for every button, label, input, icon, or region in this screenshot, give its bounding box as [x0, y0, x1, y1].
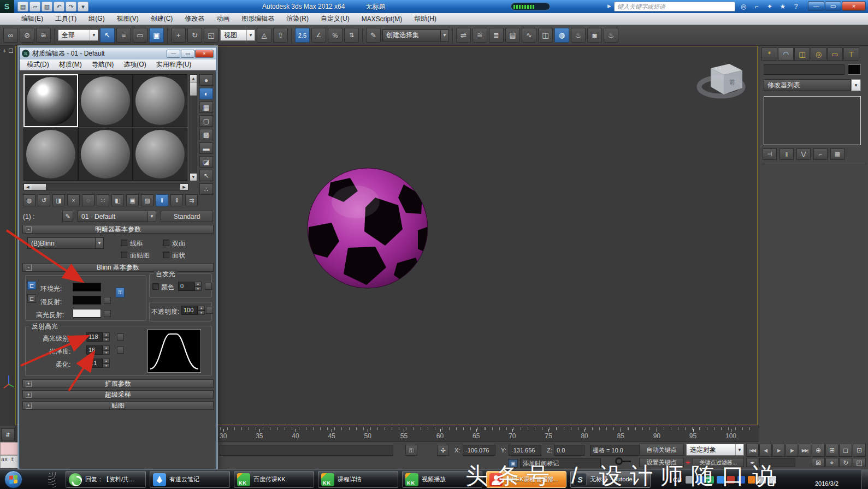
render-tool-icon[interactable]: ♨ [571, 28, 586, 43]
infocenter-icon[interactable]: ? [791, 2, 801, 11]
pivot-tool-icon[interactable]: ◬ [257, 28, 271, 43]
faceted-checkbox[interactable] [163, 252, 169, 258]
selection-filter-dropdown[interactable]: 全部 ▼ [58, 29, 98, 41]
viewport-nav-icon[interactable]: ⊞ [825, 444, 839, 457]
spinner-down-icon[interactable]: ▼ [194, 287, 202, 291]
clock-date[interactable]: 2016/3/2 [815, 480, 839, 487]
render-tool-icon[interactable]: ∿ [522, 28, 536, 43]
object-color-swatch[interactable] [848, 64, 861, 75]
modifier-list-arrow[interactable]: ▼ [851, 79, 861, 91]
material-tool-icon[interactable]: ⇞ [170, 194, 183, 206]
quick-access-icon[interactable]: ▾ [78, 2, 88, 11]
viewport-nav-icon[interactable]: ⌖ [825, 458, 839, 467]
material-tool-icon[interactable]: ▨ [141, 194, 153, 206]
expand-icon[interactable]: + [26, 403, 32, 409]
command-panel-tab-icon[interactable]: ▭ [827, 47, 843, 61]
sample-slot-tool-icon[interactable]: ◐ [199, 88, 213, 99]
transform-tool-icon[interactable]: + [171, 28, 186, 43]
quick-access-icon[interactable]: ▱ [29, 2, 40, 11]
search-input[interactable] [614, 2, 735, 11]
trackbar-toggle-icon[interactable]: ⇵ [1, 428, 15, 440]
snap-toggle-icon[interactable]: ⇅ [344, 28, 359, 43]
rollout-extended-params[interactable]: + 扩展参数 [22, 379, 214, 388]
playback-button-icon[interactable]: ▶▶| [799, 444, 811, 457]
select-tool-icon[interactable]: ▭ [133, 28, 147, 43]
link-tool-icon[interactable]: ∞ [3, 28, 18, 43]
rollout-maps[interactable]: + 贴图 [22, 401, 214, 410]
diffuse-specular-lock-left-icon[interactable]: ⊏ [27, 294, 36, 303]
modifier-stack[interactable] [764, 96, 861, 145]
sample-slot[interactable] [78, 74, 133, 127]
scrollbar-thumb[interactable] [190, 82, 197, 96]
spinner-up-icon[interactable]: ▲ [198, 306, 205, 311]
scroll-left-icon[interactable]: ◀ [24, 184, 32, 190]
show-desktop-button[interactable] [861, 470, 868, 489]
spinner-down-icon[interactable]: ▼ [103, 350, 110, 355]
menu-item[interactable]: 编辑(E) [15, 13, 49, 25]
auto-key-button[interactable]: 自动关键点 [639, 444, 684, 456]
link-tool-icon[interactable]: ≋ [36, 28, 51, 43]
material-editor-window-button[interactable]: ▭ [181, 50, 194, 58]
self-illum-map-button[interactable] [205, 283, 212, 290]
select-tool-icon[interactable]: ≡ [116, 28, 131, 43]
transform-typein-icon[interactable]: ✣ [437, 445, 449, 456]
material-tool-icon[interactable]: ▣ [126, 194, 139, 206]
command-panel-tab-icon[interactable]: ＊ [761, 47, 777, 61]
collapse-icon[interactable]: - [26, 226, 32, 232]
menu-item[interactable]: 修改器 [179, 13, 210, 25]
render-tool-icon[interactable]: ⇌ [456, 28, 471, 43]
menu-item[interactable]: 创建(C) [145, 13, 179, 25]
viewport-nav-icon[interactable]: ↻ [839, 458, 852, 467]
rollout-supersampling[interactable]: + 超级采样 [22, 390, 214, 399]
sample-slot-tool-icon[interactable]: ▦ [199, 102, 213, 113]
render-tool-icon[interactable]: ♨ [604, 28, 618, 43]
material-tool-icon[interactable]: ‖ [156, 194, 168, 206]
material-tool-icon[interactable]: × [67, 194, 80, 206]
opacity-spinner[interactable]: 100 ▲▼ [181, 306, 205, 315]
reference-coordinate-dropdown[interactable]: 视图 ▼ [220, 29, 255, 41]
snap-toggle-icon[interactable]: % [328, 28, 343, 43]
sample-slot[interactable] [78, 128, 133, 181]
ambient-color-swatch[interactable] [73, 283, 101, 291]
material-editor-window-button[interactable]: × [195, 50, 214, 58]
sample-slot-tool-icon[interactable]: ◪ [199, 156, 213, 168]
slot-horizontal-scrollbar[interactable]: ◀ ▶ [23, 183, 188, 190]
sample-slot-tool-icon[interactable]: ▬ [199, 142, 213, 154]
modifier-stack-button-icon[interactable]: ⊣ [763, 148, 777, 160]
z-coord-field[interactable]: 0.0 [554, 445, 584, 456]
face-map-checkbox[interactable] [121, 252, 127, 258]
taskbar-item[interactable]: KK 百度传课KK [234, 471, 314, 488]
self-illum-color-checkbox[interactable] [152, 283, 159, 290]
quick-access-icon[interactable]: ▥ [42, 2, 52, 11]
render-tool-icon[interactable]: ▤ [505, 28, 520, 43]
material-tool-icon[interactable]: ∷ [97, 194, 109, 206]
transform-tool-icon[interactable]: ↻ [187, 28, 202, 43]
window-control-button[interactable]: — [808, 1, 824, 11]
playback-button-icon[interactable]: |▶ [786, 444, 798, 457]
start-button[interactable] [4, 470, 22, 488]
self-illum-spinner[interactable]: 0 ▲▼ [178, 282, 202, 291]
material-name-dropdown[interactable]: 01 - Default ▼ [78, 211, 156, 222]
soften-value[interactable]: 0.1 [86, 359, 103, 368]
material-tool-icon[interactable]: ⇉ [185, 194, 198, 206]
x-coord-field[interactable]: -106.076 [463, 445, 495, 456]
viewport-plus-label[interactable]: + [3, 47, 6, 54]
menu-item[interactable]: 帮助(H) [408, 13, 442, 25]
glossiness-value[interactable]: 16 [86, 345, 103, 355]
quick-access-icon[interactable]: ▤ [17, 2, 28, 11]
menu-item[interactable]: 工具(T) [49, 13, 82, 25]
viewport-nav-icon[interactable]: ⊡ [853, 444, 866, 457]
select-tool-icon[interactable]: ↖ [100, 28, 115, 43]
material-editor-window-button[interactable]: — [167, 50, 180, 58]
max-logo-icon[interactable]: S [0, 0, 14, 13]
shader-type-dropdown[interactable]: (B)Blinn ▼ [27, 237, 104, 249]
infocenter-icon[interactable]: ◎ [739, 2, 748, 11]
material-tool-icon[interactable]: ◍ [23, 194, 36, 206]
taskbar-item[interactable]: 回复：【资料/共... [66, 471, 146, 488]
edit-named-selection-icon[interactable]: ✎ [366, 28, 381, 43]
glossiness-spinner[interactable]: 16 ▲▼ [86, 345, 110, 355]
spinner-up-icon[interactable]: ▲ [103, 359, 110, 363]
viewport-nav-icon[interactable]: ◻ [839, 444, 852, 457]
render-tool-icon[interactable]: ◫ [538, 28, 553, 43]
opacity-map-button[interactable] [206, 307, 213, 314]
